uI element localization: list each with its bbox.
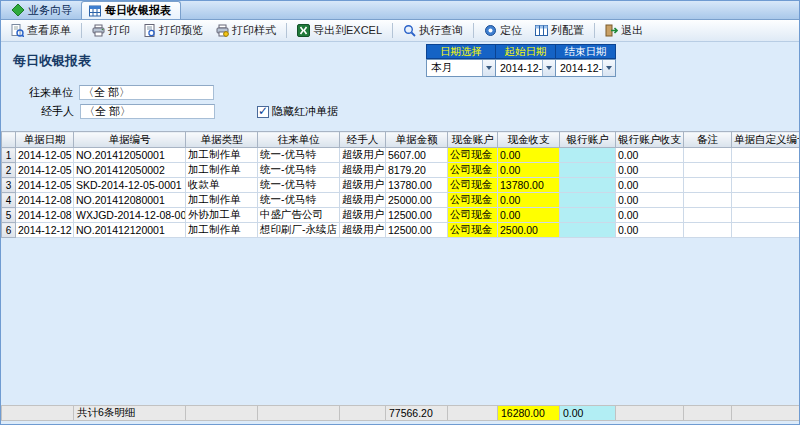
cell-num: 2 [2, 163, 16, 178]
end-date-select[interactable]: 2014-12-29 [556, 59, 616, 77]
column-header[interactable]: 银行账户 [560, 132, 616, 148]
cell-date: 2014-12-05 [16, 163, 74, 178]
cell-bank-flow: 0.00 [616, 148, 684, 163]
table-row[interactable]: 32014-12-05SKD-2014-12-05-0001收款单统一-优马特超… [2, 178, 800, 193]
cell-handler: 超级用户 [340, 193, 386, 208]
table-row[interactable]: 12014-12-05NO.201412050001加工制作单统一-优马特超级用… [2, 148, 800, 163]
counterparty-field[interactable]: 〈全 部〉 [79, 85, 214, 100]
print-button[interactable]: 打印 [86, 20, 136, 41]
toolbar-separator [392, 23, 393, 38]
cell-remark [684, 223, 732, 238]
table-row[interactable]: 22014-12-05NO.201412050002加工制作单统一-优马特超级用… [2, 163, 800, 178]
execute-query-button[interactable]: 执行查询 [397, 20, 469, 41]
button-label: 打印 [108, 23, 130, 38]
print-style-button[interactable]: 打印样式 [210, 20, 282, 41]
handler-field[interactable]: 〈全 部〉 [80, 104, 215, 119]
cell-amount: 25000.00 [386, 193, 448, 208]
date-range-select[interactable]: 本月 [426, 59, 496, 77]
column-header[interactable]: 现金账户 [448, 132, 498, 148]
cell-type: 收款单 [186, 178, 258, 193]
cell-bank-flow: 0.00 [616, 193, 684, 208]
toolbar-separator [286, 23, 287, 38]
summary-spacer [616, 406, 684, 421]
cell-doc-no: SKD-2014-12-05-0001 [74, 178, 186, 193]
column-config-button[interactable]: 列配置 [529, 20, 590, 41]
summary-spacer [186, 406, 258, 421]
cell-cash-flow: 0.00 [498, 163, 560, 178]
table-row[interactable]: 62014-12-12NO.201412120001加工制作单想印刷厂-永续店超… [2, 223, 800, 238]
locate-icon [484, 24, 497, 37]
cell-cash-account: 公司现金 [448, 163, 498, 178]
cell-date: 2014-12-08 [16, 208, 74, 223]
column-header[interactable]: 单据日期 [16, 132, 74, 148]
cell-bank-flow: 0.00 [616, 178, 684, 193]
cell-remark [684, 193, 732, 208]
date-range-value: 本月 [427, 61, 482, 75]
cell-doc-no: NO.201412080001 [74, 193, 186, 208]
cell-type: 加工制作单 [186, 193, 258, 208]
hide-reversed-checkbox[interactable] [257, 106, 269, 118]
start-date-header: 起始日期 [496, 44, 556, 59]
cell-counterparty: 中盛广告公司 [258, 208, 340, 223]
cell-remark [684, 148, 732, 163]
tab-daily-cashier-report[interactable]: 每日收银报表 [81, 1, 181, 19]
cell-amount: 12500.00 [386, 223, 448, 238]
table-row[interactable]: 52014-12-08WXJGD-2014-12-08-0002外协加工单中盛广… [2, 208, 800, 223]
cell-remark [684, 163, 732, 178]
column-header[interactable]: 银行账户收支 [616, 132, 684, 148]
column-header[interactable]: 现金收支 [498, 132, 560, 148]
cell-cash-account: 公司现金 [448, 148, 498, 163]
column-header[interactable]: 经手人 [340, 132, 386, 148]
summary-spacer [258, 406, 340, 421]
column-header[interactable]: 单据金额 [386, 132, 448, 148]
summary-cash-flow-total: 16280.00 [498, 406, 560, 421]
cell-amount: 5607.00 [386, 148, 448, 163]
cell-custom-no [732, 193, 800, 208]
cell-remark [684, 208, 732, 223]
button-label: 打印预览 [159, 23, 203, 38]
page-title: 每日收银报表 [13, 52, 91, 70]
cell-type: 外协加工单 [186, 208, 258, 223]
column-header[interactable]: 往来单位 [258, 132, 340, 148]
cell-bank-flow: 0.00 [616, 208, 684, 223]
app-window: 业务向导 每日收银报表 查看原单 打印 打印预览 打印样式 [0, 0, 800, 425]
grid-header: 单据日期 单据编号 单据类型 往来单位 经手人 单据金额 现金账户 现金收支 银… [2, 132, 800, 148]
chevron-down-icon[interactable] [602, 60, 615, 76]
column-header[interactable]: 单据编号 [74, 132, 186, 148]
cell-custom-no [732, 223, 800, 238]
cell-custom-no [732, 178, 800, 193]
cell-cash-account: 公司现金 [448, 178, 498, 193]
summary-spacer [2, 406, 74, 421]
cell-counterparty: 统一-优马特 [258, 163, 340, 178]
column-header[interactable]: 备注 [684, 132, 732, 148]
cell-cash-flow: 0.00 [498, 148, 560, 163]
locate-button[interactable]: 定位 [478, 20, 528, 41]
print-icon [92, 24, 105, 37]
tab-business-wizard[interactable]: 业务向导 [5, 1, 81, 19]
summary-amount-total: 77566.20 [386, 406, 448, 421]
cell-custom-no [732, 148, 800, 163]
toolbar-separator [594, 23, 595, 38]
cell-cash-account: 公司现金 [448, 208, 498, 223]
chevron-down-icon[interactable] [482, 60, 495, 76]
date-panel: 日期选择 起始日期 结束日期 本月 2014-12-01 2014-12-29 [426, 44, 616, 77]
cell-bank-flow: 0.00 [616, 223, 684, 238]
cell-handler: 超级用户 [340, 208, 386, 223]
exit-button[interactable]: 退出 [599, 20, 649, 41]
cell-bank-account [560, 223, 616, 238]
cell-bank-account [560, 178, 616, 193]
view-original-button[interactable]: 查看原单 [5, 20, 77, 41]
cell-date: 2014-12-05 [16, 148, 74, 163]
column-header[interactable]: 单据自定义编号 [732, 132, 800, 148]
button-label: 打印样式 [232, 23, 276, 38]
print-preview-button[interactable]: 打印预览 [137, 20, 209, 41]
start-date-select[interactable]: 2014-12-01 [496, 59, 556, 77]
cell-date: 2014-12-08 [16, 193, 74, 208]
export-excel-button[interactable]: 导出到EXCEL [291, 20, 388, 41]
counterparty-label: 往来单位 [29, 85, 73, 100]
cell-bank-account [560, 163, 616, 178]
table-row[interactable]: 42014-12-08NO.201412080001加工制作单统一-优马特超级用… [2, 193, 800, 208]
chevron-down-icon[interactable] [542, 60, 555, 76]
button-label: 导出到EXCEL [313, 23, 382, 38]
column-header[interactable]: 单据类型 [186, 132, 258, 148]
